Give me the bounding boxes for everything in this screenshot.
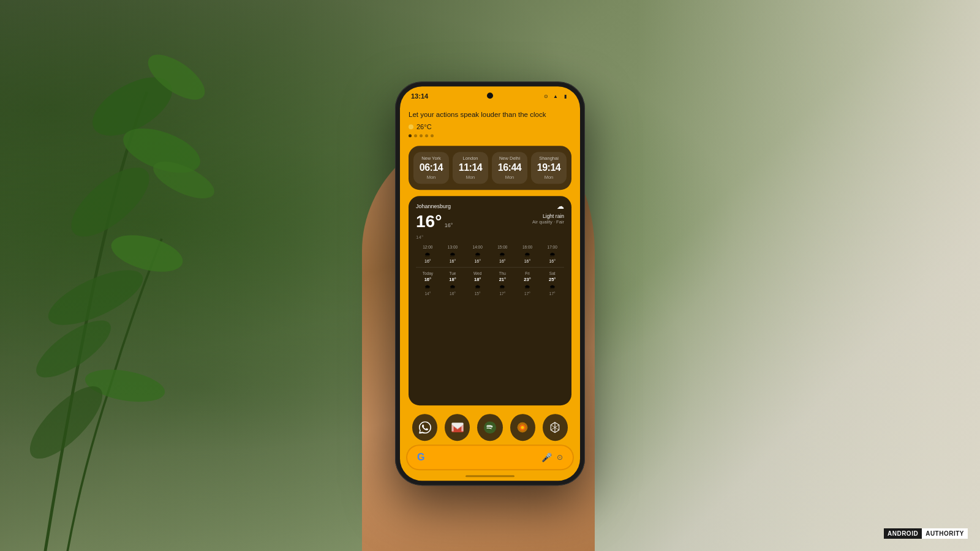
day-today: Today 16° 🌧 14° <box>416 271 440 296</box>
day-icon-fri: 🌧 <box>516 283 540 290</box>
weather-current-temp: 16° <box>416 212 442 231</box>
weather-air-quality: Air quality · Fair <box>532 219 564 225</box>
clock-new-york[interactable]: New York 06:14 Mon <box>413 152 449 184</box>
hour-temp-1600: 16° <box>516 259 540 263</box>
quote-section: Let your actions speak louder than the c… <box>409 107 571 140</box>
app-whatsapp[interactable] <box>412 414 437 441</box>
day-high-sat: 25° <box>540 277 564 282</box>
status-time: 13:14 <box>411 92 428 100</box>
app-spotify[interactable] <box>477 414 502 441</box>
day-low-thu: 17° <box>491 291 514 296</box>
app-firefox[interactable] <box>510 414 535 441</box>
clock-day-london: Mon <box>455 174 486 180</box>
lens-icon[interactable]: ⊙ <box>557 453 563 462</box>
clock-shanghai[interactable]: Shanghai 19:14 Mon <box>531 152 567 184</box>
dot-4 <box>425 134 428 137</box>
dot-5 <box>431 134 434 137</box>
phone-wrapper: 13:14 ⊙ ▲ ▮ Let your actions speak loude… <box>395 81 585 485</box>
search-bar[interactable]: G 🎤 ⊙ <box>406 444 574 470</box>
day-icon-today: 🌧 <box>416 283 440 290</box>
clock-time-shanghai: 19:14 <box>533 162 564 173</box>
hour-temp-1200: 16° <box>416 259 440 263</box>
day-sat: Sat 25° 🌧 17° <box>540 271 564 296</box>
dot-2 <box>414 134 417 137</box>
clock-time-new-delhi: 16:44 <box>494 162 525 173</box>
day-wed: Wed 18° 🌧 15° <box>466 271 489 296</box>
microphone-icon[interactable]: 🎤 <box>541 452 552 462</box>
clock-city-london: London <box>455 156 486 161</box>
day-name-sat: Sat <box>540 271 564 276</box>
hourly-forecast: 12:00 🌧 16° 13:00 🌧 16° 14:00 🌧 1 <box>416 245 564 263</box>
hour-temp-1400: 16° <box>466 259 489 263</box>
weather-sun-dot <box>409 124 413 129</box>
day-low-fri: 17° <box>516 291 540 296</box>
weather-city: Johannesburg <box>416 203 451 209</box>
clock-london[interactable]: London 11:14 Mon <box>453 152 488 184</box>
hour-icon-1600: 🌧 <box>516 251 540 258</box>
day-low-sat: 17° <box>540 291 564 296</box>
wifi-icon: ▲ <box>552 92 559 100</box>
day-high-today: 16° <box>416 277 440 282</box>
dot-1 <box>409 134 412 137</box>
screen: 13:14 ⊙ ▲ ▮ Let your actions speak loude… <box>400 86 580 481</box>
day-icon-thu: 🌧 <box>491 283 514 290</box>
content-area: Let your actions speak louder than the c… <box>400 102 580 410</box>
day-thu: Thu 21° 🌧 17° <box>491 271 514 296</box>
hour-icon-1700: 🌧 <box>540 251 564 258</box>
day-name-fri: Fri <box>516 271 540 276</box>
quote-text: Let your actions speak louder than the c… <box>409 110 571 119</box>
hour-time-1500: 15:00 <box>491 245 514 249</box>
watermark-android: ANDROID <box>884 528 922 539</box>
watermark-authority: AUTHORITY <box>922 528 968 539</box>
hour-1300: 13:00 🌧 16° <box>441 245 465 263</box>
hour-1500: 15:00 🌧 16° <box>491 245 514 263</box>
weather-temp-inline: 26°C <box>417 123 432 130</box>
weather-inline: 26°C <box>409 123 571 130</box>
clock-city-shanghai: Shanghai <box>533 156 564 161</box>
day-low-tue: 16° <box>441 291 465 296</box>
day-fri: Fri 23° 🌧 17° <box>516 271 540 296</box>
day-icon-sat: 🌧 <box>540 283 564 290</box>
weather-desc-block: Light rain Air quality · Fair <box>532 213 564 225</box>
page-dots <box>409 134 571 137</box>
clock-city-new-delhi: New Delhi <box>494 156 525 161</box>
hour-time-1600: 16:00 <box>516 245 540 249</box>
hour-time-1400: 14:00 <box>466 245 489 249</box>
day-high-thu: 21° <box>491 277 514 282</box>
clock-day-new-york: Mon <box>416 174 447 180</box>
clock-new-delhi[interactable]: New Delhi 16:44 Mon <box>492 152 527 184</box>
day-high-fri: 23° <box>516 277 540 282</box>
clock-time-new-york: 06:14 <box>416 162 447 173</box>
app-dock <box>400 410 580 444</box>
clocks-widget[interactable]: New York 06:14 Mon London 11:14 Mon New … <box>409 146 571 190</box>
app-gmail[interactable] <box>445 414 470 441</box>
day-high-wed: 18° <box>466 277 489 282</box>
hour-temp-1300: 16° <box>441 259 465 263</box>
hour-1400: 14:00 🌧 16° <box>466 245 489 263</box>
hour-icon-1300: 🌧 <box>441 251 465 258</box>
clock-day-new-delhi: Mon <box>494 174 525 180</box>
hour-time-1700: 17:00 <box>540 245 564 249</box>
weather-widget[interactable]: Johannesburg ☁ 16° 16°14° Light rain Air… <box>409 196 571 405</box>
camera-hole <box>487 92 493 99</box>
hour-icon-1400: 🌧 <box>466 251 489 258</box>
day-icon-wed: 🌧 <box>466 283 489 290</box>
svg-point-10 <box>484 421 496 433</box>
hour-time-1200: 12:00 <box>416 245 440 249</box>
status-icons: ⊙ ▲ ▮ <box>542 92 569 100</box>
day-name-wed: Wed <box>466 271 489 276</box>
weather-header: Johannesburg ☁ <box>416 202 564 211</box>
app-perplexity[interactable] <box>543 414 568 441</box>
phone: 13:14 ⊙ ▲ ▮ Let your actions speak loude… <box>395 81 585 485</box>
svg-point-13 <box>521 426 524 429</box>
day-name-tue: Tue <box>441 271 465 276</box>
weather-main: 16° 16°14° Light rain Air quality · Fair <box>416 213 564 241</box>
hour-icon-1500: 🌧 <box>491 251 514 258</box>
weather-condition: Light rain <box>532 213 564 219</box>
google-logo: G <box>417 452 424 463</box>
home-indicator[interactable] <box>466 475 514 477</box>
dot-3 <box>420 134 423 137</box>
watermark: ANDROID AUTHORITY <box>884 528 968 539</box>
clock-time-london: 11:14 <box>455 162 486 173</box>
clock-city-new-york: New York <box>416 156 447 161</box>
